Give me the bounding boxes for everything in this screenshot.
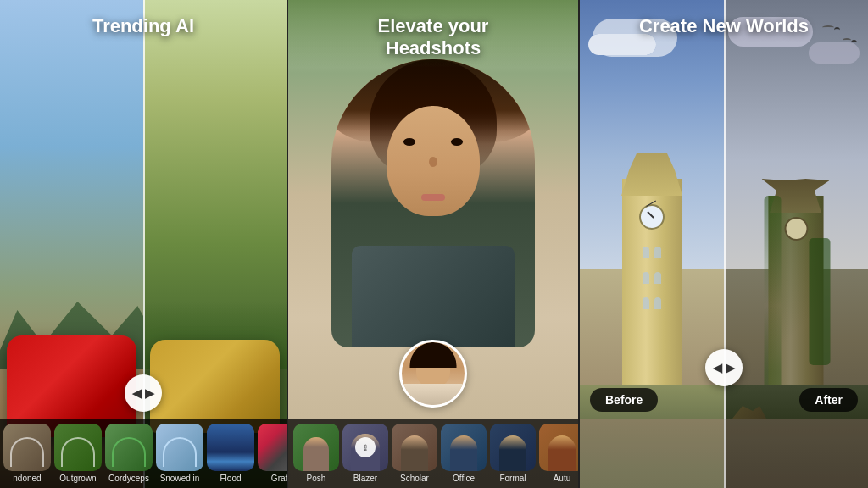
thumb-item-flood[interactable]: Flood bbox=[207, 424, 254, 483]
vine-overlay-1 bbox=[765, 196, 782, 416]
windows-row-1 bbox=[643, 247, 661, 258]
thumb-label-graffiti: Graffi bbox=[271, 474, 287, 483]
before-after-labels: Before After bbox=[580, 388, 868, 412]
panel-left-title: Trending AI bbox=[0, 15, 287, 37]
split-divider bbox=[143, 0, 145, 488]
center-thumb-img-blazer: ⇪ bbox=[342, 424, 388, 471]
after-scene bbox=[724, 0, 868, 488]
portrait-inset bbox=[399, 340, 467, 408]
center-thumb-img-autumn bbox=[539, 424, 578, 471]
thumb-item-abandoned[interactable]: ndoned bbox=[3, 424, 51, 483]
inset-hair bbox=[410, 342, 457, 368]
office-person bbox=[450, 435, 477, 471]
thumb-item-cordyceps[interactable]: Cordyceps bbox=[105, 424, 153, 483]
formal-person bbox=[499, 435, 526, 471]
green-jeep-scene bbox=[143, 0, 287, 488]
windows-row-2 bbox=[643, 272, 661, 284]
red-jeep-scene bbox=[0, 0, 143, 488]
before-scene bbox=[580, 0, 724, 488]
bigben-tower-overgrown bbox=[769, 196, 824, 416]
panel-center-title: Elevate your Headshots bbox=[288, 15, 578, 60]
center-thumb-blazer[interactable]: ⇪ Blazer bbox=[342, 424, 388, 483]
thumb-label-flood: Flood bbox=[220, 474, 241, 483]
eye-right bbox=[451, 138, 463, 146]
left-scene-bg bbox=[0, 0, 287, 488]
right-arrow-button[interactable]: ◀ ▶ bbox=[705, 349, 743, 386]
right-split-divider bbox=[724, 0, 726, 488]
thumb-label-snowed: Snowed in bbox=[160, 474, 200, 483]
thumb-label-abandoned: ndoned bbox=[13, 474, 41, 483]
autumn-person bbox=[548, 435, 576, 471]
right-bottom-strip bbox=[580, 419, 868, 488]
bigben-tower-normal bbox=[622, 179, 682, 416]
thumb-img-graffiti bbox=[258, 424, 287, 471]
right-scene-bg: ◀ ▶ Before After bbox=[580, 0, 868, 488]
mountains-decoration bbox=[0, 285, 143, 369]
thumb-item-snowed[interactable]: Snowed in bbox=[156, 424, 203, 483]
portrait-main bbox=[331, 59, 535, 347]
center-thumb-office[interactable]: Office bbox=[441, 424, 487, 483]
panel-right-title: Create New Worlds bbox=[580, 15, 868, 37]
thumb-img-abandoned bbox=[3, 424, 51, 471]
panel-center: Elevate your Headshots bbox=[288, 0, 580, 488]
center-thumb-posh[interactable]: Posh bbox=[293, 424, 339, 483]
center-thumb-img-office bbox=[441, 424, 487, 471]
eye-left bbox=[403, 138, 415, 146]
after-label[interactable]: After bbox=[799, 388, 858, 412]
portrait-face bbox=[387, 106, 480, 216]
center-thumb-img-formal bbox=[490, 424, 536, 471]
share-icon-overlay: ⇪ bbox=[355, 437, 376, 458]
center-thumb-label-blazer: Blazer bbox=[353, 474, 377, 483]
bird-2 bbox=[843, 38, 851, 42]
center-thumb-autumn[interactable]: Autu bbox=[539, 424, 578, 483]
inset-body bbox=[402, 384, 465, 405]
bigben-clock-overgrown bbox=[784, 217, 808, 241]
center-thumb-label-formal: Formal bbox=[499, 474, 526, 483]
thumb-arch-outgrown bbox=[61, 437, 95, 467]
center-thumb-label-scholar: Scholar bbox=[400, 474, 429, 483]
thumb-label-outgrown: Outgrown bbox=[59, 474, 96, 483]
windows-row-3 bbox=[643, 297, 661, 309]
center-thumb-label-posh: Posh bbox=[307, 474, 326, 483]
center-scene-bg bbox=[288, 0, 578, 488]
before-label[interactable]: Before bbox=[590, 388, 658, 412]
nose bbox=[429, 157, 437, 167]
thumb-img-outgrown bbox=[54, 424, 102, 471]
panel-left: Trending AI ◀ ▶ ndoned Outgrown bbox=[0, 0, 288, 488]
center-thumb-img-scholar bbox=[392, 424, 437, 471]
thumb-arch-abandoned bbox=[10, 437, 44, 467]
thumb-arch-cordyceps bbox=[112, 437, 146, 467]
thumb-item-outgrown[interactable]: Outgrown bbox=[54, 424, 102, 483]
center-thumb-label-autumn: Autu bbox=[554, 474, 571, 483]
thumb-img-cordyceps bbox=[105, 424, 153, 471]
lips bbox=[421, 194, 445, 201]
center-thumb-label-office: Office bbox=[453, 474, 475, 483]
vegetation-decoration bbox=[143, 302, 287, 369]
thumb-item-graffiti[interactable]: Graffi bbox=[258, 424, 287, 483]
thumb-img-snowed bbox=[156, 424, 203, 471]
vine-overlay-2 bbox=[810, 238, 831, 365]
scholar-person bbox=[401, 435, 428, 471]
thumb-label-cordyceps: Cordyceps bbox=[108, 474, 149, 483]
left-thumb-strip: ndoned Outgrown Cordyceps Snowed in Floo… bbox=[0, 419, 287, 488]
panel-right: Create New Worlds bbox=[580, 0, 868, 488]
center-thumb-img-posh bbox=[293, 424, 339, 471]
center-thumb-formal[interactable]: Formal bbox=[490, 424, 536, 483]
center-thumb-strip: Posh ⇪ Blazer Scholar Office Formal bbox=[288, 419, 578, 488]
thumb-img-flood bbox=[207, 424, 254, 471]
center-thumb-scholar[interactable]: Scholar bbox=[392, 424, 437, 483]
thumb-arch-snowed bbox=[163, 437, 197, 467]
posh-person bbox=[303, 437, 329, 471]
left-arrow-button[interactable]: ◀ ▶ bbox=[125, 374, 162, 412]
